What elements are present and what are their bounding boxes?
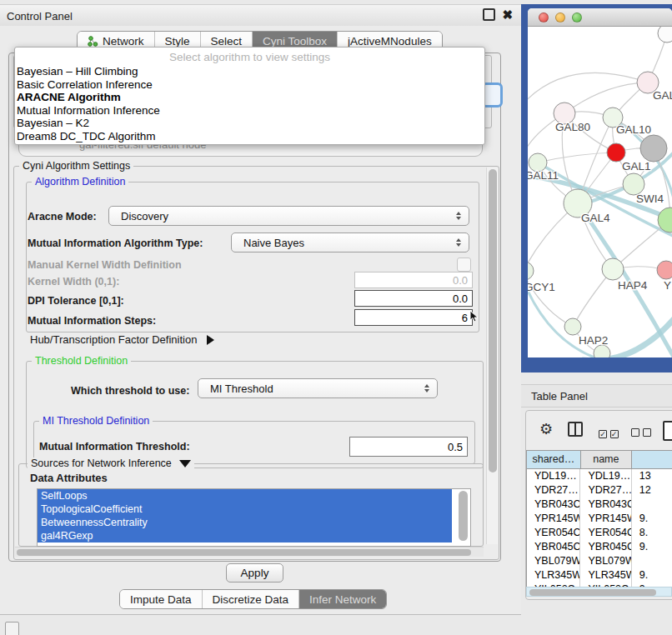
mi-threshold-field[interactable]: 0.5	[349, 437, 468, 457]
table-cell[interactable]	[632, 554, 672, 568]
network-canvas[interactable]: GAL80GAL10GAL1GAL11SWI4GAL4HAP4YGCY1HAP2…	[528, 27, 672, 358]
close-icon[interactable]: ✖	[502, 10, 513, 19]
network-edge[interactable]	[564, 82, 648, 113]
table-cell[interactable]: YDL19…	[580, 469, 631, 483]
attribute-item-selected[interactable]: BetweennessCentrality	[38, 516, 452, 529]
table-cell[interactable]: YLR345W	[527, 568, 580, 582]
data-attributes-list[interactable]: SelfLoopsTopologicalCoefficientBetweenne…	[37, 488, 471, 547]
minimize-traffic-light-icon[interactable]	[555, 12, 565, 22]
column-header-shared-name[interactable]: shared…	[527, 451, 581, 468]
which-threshold-value: MI Threshold	[210, 382, 273, 395]
table-cell[interactable]: YPR145W	[527, 512, 580, 526]
table-cell[interactable]: 9.	[632, 568, 672, 582]
columns-icon[interactable]	[568, 422, 583, 437]
table-cell[interactable]: YDL19…	[527, 469, 580, 483]
close-traffic-light-icon[interactable]	[539, 12, 549, 22]
column-header-name[interactable]: name	[581, 451, 632, 468]
gear-icon[interactable]: ⚙	[539, 420, 553, 438]
tab-infer-network[interactable]: Infer Network	[299, 590, 386, 608]
algorithm-option[interactable]: Bayesian – Hill Climbing	[15, 65, 484, 78]
algorithm-option[interactable]: Mutual Information Inference	[15, 104, 484, 118]
kernel-width-field[interactable]: 0.0	[354, 272, 473, 288]
settings-hscroll-track[interactable]	[15, 547, 484, 557]
manual-kernel-checkbox[interactable]	[457, 258, 471, 272]
dpi-tolerance-field[interactable]: 0.0	[354, 290, 473, 307]
algorithm-option[interactable]: Basic Correlation Inference	[15, 78, 484, 92]
table-row[interactable]: YBR043CYBR043C	[527, 498, 672, 512]
table-row[interactable]: YBL079WYBL079W	[527, 554, 672, 568]
table-cell[interactable]: 13	[632, 469, 672, 483]
table-cell[interactable]: YBR045C	[580, 540, 631, 554]
settings-hscroll-thumb[interactable]	[17, 549, 471, 556]
column-header-extra[interactable]	[632, 451, 672, 468]
settings-vscroll-track[interactable]	[486, 168, 498, 544]
table-hscroll-thumb[interactable]	[529, 589, 656, 596]
zoom-traffic-light-icon[interactable]	[572, 12, 582, 22]
settings-vscroll-thumb[interactable]	[489, 169, 497, 472]
select-all-checkboxes-icon[interactable]: ✓ ✓	[599, 427, 619, 439]
network-window[interactable]: GAL80GAL10GAL1GAL11SWI4GAL4HAP4YGCY1HAP2…	[528, 8, 672, 358]
network-node-label: SWI4	[636, 192, 664, 205]
algorithm-option[interactable]: ARACNE Algorithm	[15, 91, 484, 104]
attribute-item-selected[interactable]: TopologicalCoefficient	[38, 502, 452, 516]
aracne-mode-combo[interactable]: Discovery	[108, 206, 469, 226]
network-edge[interactable]	[538, 152, 616, 162]
mi-steps-field[interactable]: 6	[354, 309, 473, 326]
attribute-item-selected[interactable]: gal4RGexp	[38, 529, 452, 542]
table-cell[interactable]: 9.	[632, 512, 672, 526]
network-node[interactable]	[594, 345, 610, 358]
apply-button[interactable]: Apply	[226, 563, 283, 582]
table-panel-header: Table Panel	[521, 384, 672, 408]
mi-threshold-title: MI Threshold Definition	[39, 415, 153, 427]
table-cell[interactable]: YPR145W	[580, 512, 631, 526]
mi-steps-label: Mutual Information Steps:	[28, 315, 156, 327]
network-node-y[interactable]	[657, 261, 672, 279]
clear-all-checkboxes-icon[interactable]	[631, 427, 651, 439]
which-threshold-combo[interactable]: MI Threshold	[198, 378, 438, 398]
table-cell[interactable]: YBL079W	[580, 554, 631, 568]
network-window-titlebar[interactable]	[528, 8, 672, 27]
network-edge[interactable]	[528, 72, 648, 106]
algorithm-option[interactable]: Bayesian – K2	[15, 117, 484, 130]
network-node[interactable]	[658, 27, 672, 42]
attribute-item-selected[interactable]: SelfLoops	[38, 489, 452, 502]
table-cell[interactable]: 9.	[632, 540, 672, 554]
table-row[interactable]: YLR345WYLR345W9.	[527, 568, 672, 582]
table-cell[interactable]	[632, 498, 672, 512]
table-cell[interactable]: YDR27…	[527, 483, 580, 498]
sources-title[interactable]: Sources for Network Inference	[28, 458, 194, 469]
table-cell[interactable]: YBR045C	[527, 540, 580, 554]
table-hscroll-track[interactable]	[526, 587, 672, 597]
table-cell[interactable]: YER054C	[580, 526, 631, 540]
manual-kernel-label: Manual Kernel Width Definition	[28, 259, 182, 271]
collapsed-panel-icon[interactable]	[5, 622, 19, 635]
table-row[interactable]: YDL19…YDL19…13	[527, 469, 672, 483]
cyni-settings-title: Cyni Algorithm Settings	[19, 160, 133, 172]
table-cell[interactable]: 8.	[632, 526, 672, 540]
table-row[interactable]: YBR045CYBR045C9.	[527, 540, 672, 554]
table-cell[interactable]: YER054C	[527, 526, 580, 540]
table-cell[interactable]: YBR043C	[527, 498, 580, 512]
network-node-label: GAL1	[622, 160, 651, 172]
hub-definition-toggle[interactable]: Hub/Transcription Factor Definition	[30, 333, 214, 346]
document-icon[interactable]	[663, 421, 672, 441]
table-cell[interactable]: YDR27…	[580, 483, 631, 498]
network-node-hap4[interactable]	[602, 258, 624, 280]
table-cell[interactable]: 12	[632, 483, 672, 498]
tab-discretize-data[interactable]: Discretize Data	[203, 590, 300, 608]
network-node[interactable]	[640, 135, 667, 162]
table-cell[interactable]: YLR345W	[580, 568, 631, 582]
attributes-list-scrollbar[interactable]	[459, 491, 468, 541]
network-node-gal1[interactable]	[607, 143, 625, 162]
network-node-hap2[interactable]	[564, 318, 581, 335]
float-panel-icon[interactable]	[483, 8, 495, 21]
table-row[interactable]: YPR145WYPR145W9.	[527, 512, 672, 526]
table-cell[interactable]: YBR043C	[580, 498, 631, 512]
tab-impute-data[interactable]: Impute Data	[120, 590, 203, 608]
mi-type-combo[interactable]: Naive Bayes	[231, 232, 469, 252]
table-row[interactable]: YDR27…YDR27…12	[527, 483, 672, 498]
algorithm-option[interactable]: Dream8 DC_TDC Algorithm	[15, 130, 484, 143]
table-cell[interactable]: YBL079W	[527, 554, 580, 568]
table-row[interactable]: YER054CYER054C8.	[527, 526, 672, 540]
network-node-gcy1[interactable]	[528, 262, 534, 280]
